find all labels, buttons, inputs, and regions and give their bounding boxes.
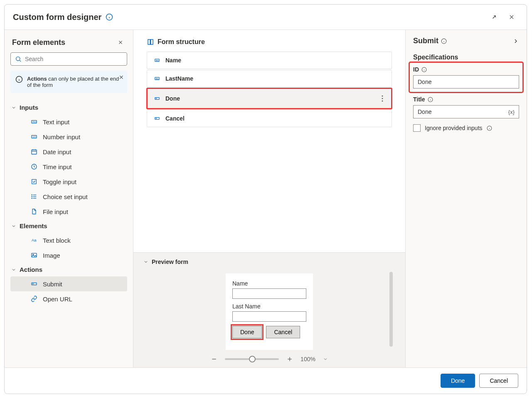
preview-label-lastname: Last Name xyxy=(232,303,306,310)
structure-row-name[interactable]: Abc Name xyxy=(147,52,392,69)
item-open-url[interactable]: Open URL xyxy=(10,291,127,306)
list-icon xyxy=(30,193,38,200)
calendar-icon xyxy=(30,148,38,155)
id-input[interactable]: Done xyxy=(413,75,519,89)
structure-icon xyxy=(147,38,154,46)
chevron-down-icon xyxy=(11,105,16,110)
ignore-checkbox[interactable] xyxy=(413,124,421,132)
zoom-slider[interactable] xyxy=(225,358,279,360)
svg-rect-25 xyxy=(32,253,37,257)
chevron-down-icon[interactable] xyxy=(323,357,328,362)
dialog: Custom form designer Form elements xyxy=(4,4,527,394)
title-input[interactable]: Done {x} xyxy=(413,105,519,118)
done-button[interactable]: Done xyxy=(441,374,475,388)
id-field-block: ID Done xyxy=(410,63,522,92)
group-actions[interactable]: Actions xyxy=(10,263,127,276)
svg-point-38 xyxy=(382,98,383,99)
svg-rect-29 xyxy=(148,39,150,44)
zoom-in-icon[interactable] xyxy=(286,356,293,362)
item-image[interactable]: Image xyxy=(10,248,127,263)
svg-text:Aa: Aa xyxy=(32,238,37,242)
submit-icon xyxy=(30,280,38,288)
right-panel: Submit Specifications ID Done Title xyxy=(405,30,527,367)
dismiss-banner-icon[interactable]: ✕ xyxy=(119,74,124,81)
preview-cancel-button[interactable]: Cancel xyxy=(266,326,300,338)
submit-icon xyxy=(154,116,160,121)
info-icon[interactable] xyxy=(106,13,113,21)
fx-icon[interactable]: {x} xyxy=(508,109,515,115)
maximize-icon[interactable] xyxy=(488,10,501,24)
checkbox-icon xyxy=(30,178,38,185)
item-submit[interactable]: Submit xyxy=(10,276,127,291)
group-elements[interactable]: Elements xyxy=(10,219,127,233)
item-choice-set-input[interactable]: Choice set input xyxy=(10,189,127,204)
search-icon xyxy=(15,56,22,62)
ignore-label: Ignore provided inputs xyxy=(425,125,483,131)
item-text-block[interactable]: AaText block xyxy=(10,233,127,248)
svg-point-28 xyxy=(33,283,33,284)
svg-text:123: 123 xyxy=(32,136,36,138)
item-date-input[interactable]: Date input xyxy=(10,144,127,159)
left-panel: Form elements Actions can only be placed… xyxy=(5,30,133,367)
chevron-down-icon xyxy=(11,224,16,229)
search-input[interactable] xyxy=(10,52,127,66)
file-icon xyxy=(30,208,38,215)
link-icon xyxy=(30,295,38,303)
preview-card: Name Last Name Done Cancel xyxy=(226,273,313,350)
svg-rect-27 xyxy=(32,283,37,285)
structure-row-lastname[interactable]: Abc LastName xyxy=(147,70,392,87)
dialog-title: Custom form designer xyxy=(13,12,101,22)
chevron-right-icon[interactable] xyxy=(512,38,519,44)
right-heading: Submit xyxy=(413,37,438,45)
chevron-down-icon xyxy=(143,259,148,264)
ignore-inputs-row[interactable]: Ignore provided inputs xyxy=(413,124,519,132)
info-icon xyxy=(15,76,23,88)
more-icon[interactable] xyxy=(380,94,385,103)
item-text-input[interactable]: AbcText input xyxy=(10,114,127,129)
chevron-down-icon xyxy=(11,267,16,272)
clock-icon xyxy=(30,163,38,170)
zoom-controls: 100% xyxy=(143,352,395,363)
svg-point-39 xyxy=(382,101,383,102)
preview-label-name: Name xyxy=(232,280,306,287)
item-file-input[interactable]: File input xyxy=(10,204,127,219)
svg-point-36 xyxy=(156,98,156,99)
cancel-button[interactable]: Cancel xyxy=(479,374,518,388)
info-icon[interactable] xyxy=(487,126,492,131)
svg-point-41 xyxy=(156,118,156,118)
preview-done-button[interactable]: Done xyxy=(232,326,262,338)
close-icon[interactable] xyxy=(505,10,518,24)
svg-point-3 xyxy=(16,57,20,61)
structure-row-cancel[interactable]: Cancel xyxy=(147,110,392,127)
title-label: Title xyxy=(413,96,425,103)
item-number-input[interactable]: 123Number input xyxy=(10,129,127,144)
svg-text:Abc: Abc xyxy=(32,121,37,123)
zoom-value: 100% xyxy=(300,356,315,362)
info-icon[interactable] xyxy=(441,38,447,44)
preview-input-lastname[interactable] xyxy=(232,311,306,322)
structure-heading: Form structure xyxy=(158,38,205,46)
preview-canvas: Name Last Name Done Cancel xyxy=(143,269,395,352)
group-inputs[interactable]: Inputs xyxy=(10,101,127,114)
structure-row-done[interactable]: Done xyxy=(147,88,392,109)
svg-rect-40 xyxy=(155,118,160,120)
titlebar: Custom form designer xyxy=(5,5,527,30)
item-time-input[interactable]: Time input xyxy=(10,159,127,174)
dialog-footer: Done Cancel xyxy=(5,367,527,394)
svg-point-21 xyxy=(32,195,32,195)
zoom-out-icon[interactable] xyxy=(211,356,217,362)
search-field[interactable] xyxy=(25,56,123,62)
scrollbar[interactable] xyxy=(389,272,393,347)
image-icon xyxy=(30,251,38,259)
svg-point-37 xyxy=(382,96,383,97)
info-icon[interactable] xyxy=(421,67,427,72)
text-icon: Abc xyxy=(30,118,38,126)
preview-header[interactable]: Preview form xyxy=(143,259,395,265)
item-toggle-input[interactable]: Toggle input xyxy=(10,174,127,189)
title-field-block: Title Done {x} xyxy=(413,96,519,118)
left-heading: Form elements xyxy=(12,38,65,47)
close-panel-icon[interactable] xyxy=(116,37,126,47)
svg-text:Abc: Abc xyxy=(156,59,159,62)
info-icon[interactable] xyxy=(428,97,433,102)
preview-input-name[interactable] xyxy=(232,288,306,299)
